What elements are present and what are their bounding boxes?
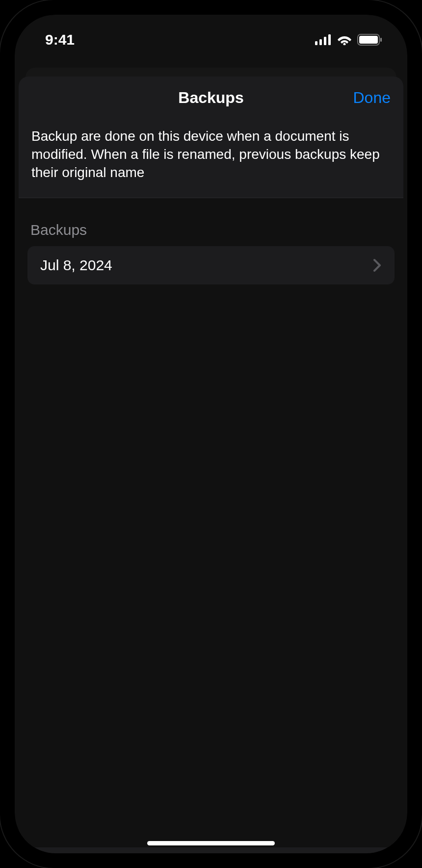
svg-rect-7	[380, 38, 382, 42]
svg-rect-2	[324, 37, 326, 45]
svg-point-4	[343, 43, 346, 46]
svg-rect-1	[319, 39, 322, 45]
modal-header: Backups Done	[19, 77, 403, 119]
content-area: Backups Jul 8, 2024	[19, 198, 403, 847]
status-icons	[315, 34, 383, 46]
modal-sheet: Backups Done Backup are done on this dev…	[19, 77, 403, 853]
backup-list-item[interactable]: Jul 8, 2024	[27, 246, 395, 284]
section-header-backups: Backups	[19, 222, 403, 246]
chevron-right-icon	[373, 258, 382, 272]
status-bar: 9:41	[15, 15, 407, 59]
battery-icon	[357, 34, 383, 46]
screen: 9:41	[15, 15, 407, 853]
svg-rect-0	[315, 41, 317, 45]
modal-title: Backups	[178, 89, 243, 107]
wifi-icon	[337, 34, 352, 45]
device-frame: 9:41	[0, 0, 422, 868]
backup-date-label: Jul 8, 2024	[40, 257, 112, 274]
modal-description: Backup are done on this device when a do…	[19, 119, 403, 198]
status-time: 9:41	[45, 31, 75, 48]
home-indicator[interactable]	[147, 841, 275, 845]
device-inner: 9:41	[9, 9, 413, 859]
svg-rect-3	[328, 34, 331, 45]
cellular-signal-icon	[315, 34, 332, 45]
done-button[interactable]: Done	[353, 89, 391, 107]
svg-rect-6	[359, 36, 378, 44]
